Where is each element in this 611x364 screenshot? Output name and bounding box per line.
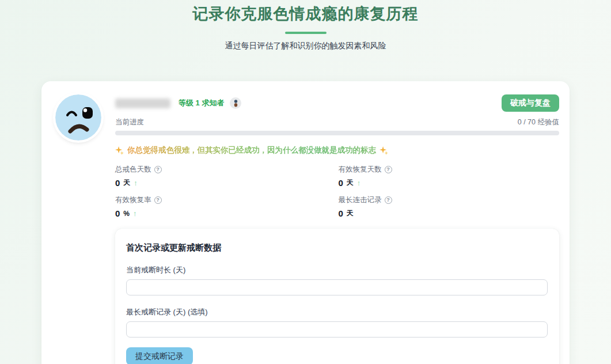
stat-effective-recovery-rate: 有效恢复率 ? 0% ↑ — [115, 195, 336, 218]
stat-value: 0天 ↑ — [339, 178, 560, 188]
submit-record-button[interactable]: 提交戒断记录 — [126, 347, 193, 364]
motivation-text: 你总觉得戒色很难，但其实你已经成功，因为什么都没做就是成功的标志 — [127, 145, 376, 156]
progress-label: 当前进度 — [115, 117, 144, 127]
stat-label: 有效恢复率 ? — [115, 195, 336, 205]
motivation-row: 你总觉得戒色很难，但其实你已经成功，因为什么都没做就是成功的标志 — [115, 145, 559, 156]
sad-face-avatar-icon — [55, 94, 101, 141]
relapse-review-button[interactable]: 破戒与复盘 — [502, 94, 559, 112]
help-icon[interactable]: ? — [154, 166, 162, 173]
username-blurred — [115, 98, 170, 108]
user-row: 等级 1 求知者 破戒与复盘 — [115, 94, 559, 112]
title-divider — [285, 32, 327, 34]
current-streak-label: 当前戒断时长 (天) — [126, 265, 548, 275]
page-header: 记录你克服色情成瘾的康复历程 通过每日评估了解和识别你的触发因素和风险 — [0, 0, 611, 51]
trend-up-icon: ↑ — [133, 209, 137, 218]
page-subtitle: 通过每日评估了解和识别你的触发因素和风险 — [0, 41, 611, 51]
stat-longest-streak: 最长连击记录 ? 0天 — [339, 195, 560, 218]
form-title: 首次记录或更新戒断数据 — [126, 242, 548, 253]
stat-label: 最长连击记录 ? — [339, 195, 560, 205]
help-icon[interactable]: ? — [385, 166, 392, 173]
stat-value: 0% ↑ — [115, 208, 336, 218]
abstinence-record-form: 首次记录或更新戒断数据 当前戒断时长 (天) 最长戒断记录 (天) (选填) 提… — [115, 229, 559, 364]
sparkles-icon — [115, 146, 124, 155]
current-streak-input[interactable] — [126, 279, 548, 295]
help-icon[interactable]: ? — [154, 196, 162, 204]
profile-card: 等级 1 求知者 破戒与复盘 当前进度 0 / 70 经验值 你总觉得戒色很难，… — [41, 81, 570, 364]
trend-up-icon: ↑ — [357, 179, 361, 187]
person-icon — [230, 97, 241, 109]
progress-row: 当前进度 0 / 70 经验值 — [115, 117, 559, 127]
avatar — [55, 94, 101, 364]
stat-label: 有效恢复天数 ? — [339, 165, 560, 175]
level-badge: 等级 1 求知者 — [179, 98, 224, 108]
stat-value: 0天 ↑ — [115, 178, 336, 188]
longest-streak-label: 最长戒断记录 (天) (选填) — [126, 307, 548, 317]
stat-label: 总戒色天数 ? — [115, 165, 336, 175]
progress-bar — [115, 131, 559, 135]
stat-value: 0天 — [339, 208, 560, 218]
stat-effective-recovery-days: 有效恢复天数 ? 0天 ↑ — [339, 165, 560, 188]
stats-grid: 总戒色天数 ? 0天 ↑ 有效恢复天数 ? 0天 ↑ — [115, 165, 559, 218]
page-title: 记录你克服色情成瘾的康复历程 — [0, 3, 611, 24]
trend-up-icon: ↑ — [134, 179, 138, 187]
sparkles-icon — [379, 146, 388, 155]
longest-streak-input[interactable] — [126, 321, 548, 338]
progress-xp-text: 0 / 70 经验值 — [518, 117, 559, 127]
help-icon[interactable]: ? — [385, 196, 392, 204]
profile-content: 等级 1 求知者 破戒与复盘 当前进度 0 / 70 经验值 你总觉得戒色很难，… — [115, 94, 559, 364]
stat-total-abstinence-days: 总戒色天数 ? 0天 ↑ — [115, 165, 336, 188]
